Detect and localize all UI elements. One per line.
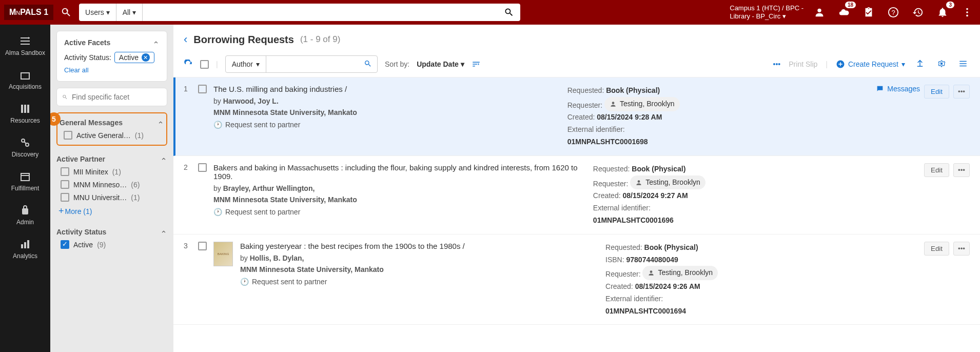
list-view-button[interactable] (956, 57, 970, 72)
persistent-search-icon[interactable] (57, 4, 75, 21)
active-partner-header[interactable]: Active Partner (56, 153, 167, 165)
nav-discovery[interactable]: Discovery (0, 130, 50, 164)
search-scope-users[interactable]: Users ▾ (79, 4, 116, 21)
general-messages-header[interactable]: General Messages (60, 116, 164, 129)
row-more-button[interactable]: ••• (953, 163, 970, 177)
row-actions: Edit ••• (924, 242, 970, 318)
thumbnail: BAKING (213, 242, 233, 266)
nav-admin[interactable]: Admin (0, 198, 50, 232)
help-icon[interactable]: ? (885, 4, 902, 21)
requester-chip[interactable]: Testing, Brooklyn (604, 97, 680, 111)
activity-status-header[interactable]: Activity Status (56, 226, 167, 238)
facet-item[interactable]: Active (9) (56, 238, 167, 251)
active-partner-group: Active Partner MII Minitex (1) MNM Minne… (56, 153, 167, 219)
sort-dropdown[interactable]: Update Date ▾ (417, 60, 464, 68)
facet-item[interactable]: MII Minitex (1) (56, 165, 167, 178)
result-row[interactable]: 2 Bakers and baking in Massachusetts : i… (173, 156, 980, 234)
remove-chip-icon[interactable]: ✕ (142, 53, 150, 62)
more-actions-button[interactable]: ••• (773, 60, 781, 68)
checkbox[interactable] (61, 180, 69, 189)
person-icon (648, 269, 655, 277)
requester-chip[interactable]: Testing, Brooklyn (642, 266, 718, 280)
row-more-button[interactable]: ••• (953, 85, 970, 99)
notifications-icon[interactable]: 3 (934, 4, 951, 21)
export-button[interactable] (913, 57, 927, 72)
nav-acquisitions[interactable]: Acquisitions (0, 63, 50, 96)
history-icon[interactable] (909, 4, 927, 21)
row-details: Requested: Book (Physical) ISBN: 9780744… (605, 242, 917, 318)
filter-input[interactable] (266, 61, 359, 68)
toolbar-right: ••• Print Slip | Create Request ▾ (773, 57, 970, 72)
search-button[interactable] (498, 7, 520, 17)
nav-alma-sandbox[interactable]: Alma Sandbox (0, 29, 50, 63)
requester-chip[interactable]: Testing, Brooklyn (630, 175, 705, 190)
facet-item[interactable]: MNU Universit… (1) (56, 191, 167, 204)
nav-resources[interactable]: Resources (0, 96, 50, 130)
svg-rect-13 (21, 244, 23, 248)
svg-rect-7 (21, 105, 23, 113)
filter-search-button[interactable] (359, 60, 377, 69)
checkbox[interactable] (61, 240, 69, 249)
row-index: 1 (184, 85, 191, 148)
search-input[interactable] (143, 4, 498, 21)
create-request-button[interactable]: Create Request ▾ (836, 60, 905, 69)
messages-link[interactable]: Messages (876, 85, 920, 93)
row-checkbox[interactable] (198, 85, 207, 93)
svg-point-18 (612, 102, 615, 104)
activity-status-label: Activity Status: (64, 53, 111, 62)
active-facets-box: Active Facets Activity Status: Active ✕ … (56, 31, 167, 82)
checkbox[interactable] (61, 193, 69, 202)
edit-button[interactable]: Edit (924, 242, 949, 256)
more-menu-icon[interactable] (958, 4, 976, 21)
row-title: Bakers and baking in Massachusetts : inc… (213, 163, 586, 181)
page-title: Borrowing Requests (193, 34, 294, 46)
settings-button[interactable] (935, 57, 948, 72)
row-more-button[interactable]: ••• (953, 242, 970, 256)
activity-status-chip: Active ✕ (114, 52, 154, 63)
filter-author-dropdown[interactable]: Author ▾ (226, 56, 266, 72)
sort-direction-button[interactable] (472, 60, 481, 69)
activity-status-group: Activity Status Active (9) (56, 226, 167, 251)
clear-all-link[interactable]: Clear all (64, 66, 160, 74)
results-list: 1 The U.S. milling and baking industries… (173, 77, 980, 352)
facet-search-box[interactable] (56, 88, 167, 106)
svg-rect-9 (27, 105, 29, 113)
svg-point-17 (940, 62, 943, 65)
nav-analytics[interactable]: Analytics (0, 232, 50, 266)
facets-panel: Active Facets Activity Status: Active ✕ … (50, 25, 173, 352)
edit-button[interactable]: Edit (924, 85, 949, 99)
checkbox[interactable] (64, 131, 72, 140)
active-facets-header[interactable]: Active Facets (64, 38, 160, 47)
select-all-checkbox[interactable] (200, 60, 209, 69)
topbar-right: Campus 1 (HTC) / BPC - Library - BP_Circ… (730, 4, 976, 21)
campus-selector[interactable]: Campus 1 (HTC) / BPC - Library - BP_Circ… (730, 4, 803, 20)
clock-icon: 🕐 (213, 208, 222, 216)
search-scope-all[interactable]: All ▾ (116, 4, 143, 21)
facet-item[interactable]: Active General… (1) (60, 129, 164, 142)
row-checkbox[interactable] (198, 163, 207, 172)
row-actions: Messages Edit ••• (876, 85, 970, 148)
svg-rect-14 (24, 242, 26, 248)
row-index: 2 (184, 163, 191, 227)
row-title: The U.S. milling and baking industries / (213, 85, 560, 93)
checkbox[interactable] (61, 167, 69, 176)
svg-point-5 (966, 15, 968, 17)
result-row[interactable]: 3 BAKING Baking yesteryear : the best re… (173, 234, 980, 325)
facet-item[interactable]: MNM Minneso… (6) (56, 178, 167, 191)
logo: MNPALS 1 (4, 5, 53, 20)
edit-button[interactable]: Edit (924, 163, 949, 177)
user-icon[interactable] (811, 4, 828, 21)
row-checkbox[interactable] (198, 242, 207, 250)
refresh-button[interactable] (184, 60, 193, 69)
row-status: 🕐Request sent to partner (213, 208, 586, 216)
facet-search-input[interactable] (72, 93, 162, 101)
result-row[interactable]: 1 The U.S. milling and baking industries… (173, 77, 980, 156)
row-institution: MNM Minnesota State University, Mankato (213, 107, 560, 118)
tasks-icon[interactable] (860, 4, 877, 21)
chevron-up-icon (157, 119, 164, 126)
nav-fulfillment[interactable]: Fulfillment (0, 164, 50, 198)
row-status: 🕐Request sent to partner (240, 278, 598, 286)
more-link[interactable]: + More (1) (56, 204, 167, 219)
cloud-icon[interactable]: 18 (835, 4, 853, 21)
back-button[interactable]: ‹ (184, 33, 187, 46)
